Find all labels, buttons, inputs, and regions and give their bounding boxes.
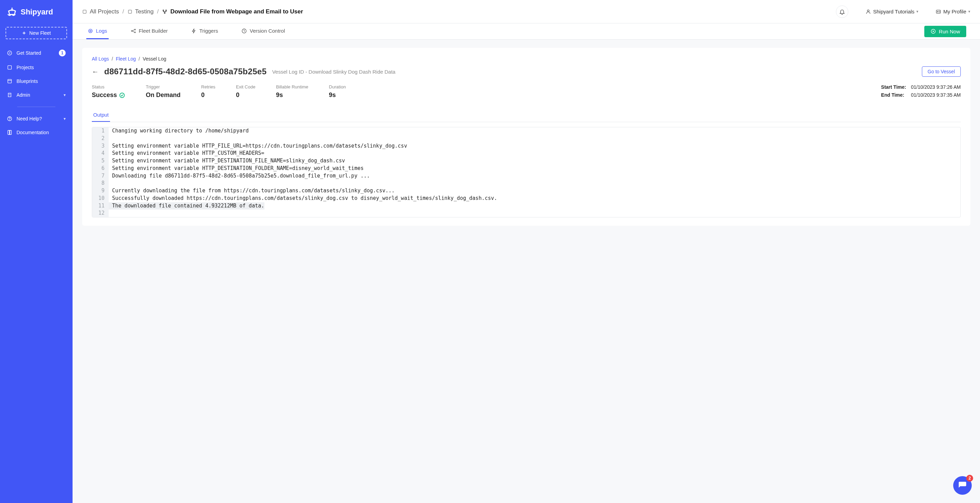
tab-logs[interactable]: Logs [86,23,109,39]
stat-billable-runtime: Billable Runtime 9s [276,84,309,99]
svg-rect-8 [128,10,131,13]
sidebar-item-projects[interactable]: Projects [0,61,73,74]
stat-value: 9s [276,91,309,99]
go-to-vessel-button[interactable]: Go to Vessel [922,66,961,77]
notifications-button[interactable] [836,5,848,18]
tab-fleet-builder[interactable]: Fleet Builder [129,23,169,39]
svg-point-18 [134,29,135,30]
user-icon [865,9,871,14]
sidebar-item-docs[interactable]: Documentation [0,126,73,139]
stats-row: Status Success Trigger On Demand Retries… [92,84,961,99]
stat-label: Status [92,84,125,89]
topbar: All Projects / Testing / Download File f… [73,0,980,23]
stat-value: 0 [201,91,215,99]
breadcrumb-all-projects[interactable]: All Projects [82,8,119,15]
chevron-down-icon: ▾ [64,116,66,121]
svg-point-16 [90,30,91,32]
svg-marker-1 [9,52,10,54]
sidebar-item-label: Get Started [16,50,41,56]
svg-point-10 [166,10,167,11]
line-text: The downloaded file contained 4.932212MB… [109,202,264,210]
line-text: Setting environment variable HTTP_DESTIN… [109,157,345,165]
end-time-value: 01/10/2023 9:37:35 AM [911,92,961,99]
line-text [109,209,112,217]
end-time-label: End Time: [881,92,906,99]
tutorials-link[interactable]: Shipyard Tutorials ▾ [865,9,918,14]
stat-retries: Retries 0 [201,84,215,99]
stat-label: Trigger [146,84,181,89]
svg-point-12 [867,10,869,11]
log-output[interactable]: 1Changing working directory to /home/shi… [92,127,961,217]
folder-icon [7,65,13,70]
separator: / [138,56,140,62]
new-fleet-button[interactable]: New Fleet [5,27,67,39]
chevron-down-icon: ▾ [968,9,970,14]
svg-rect-7 [83,10,86,13]
folder-icon [127,9,132,14]
line-text: Changing working directory to /home/ship… [109,127,248,135]
sidebar-item-blueprints[interactable]: Blueprints [0,74,73,88]
sidebar: Shipyard New Fleet Get Started 1 Project… [0,0,73,503]
svg-point-14 [937,11,939,12]
stat-value: 0 [236,91,255,99]
log-line: 4Setting environment variable HTTP_CUSTO… [92,150,960,157]
line-text: Setting environment variable HTTP_FILE_U… [109,142,407,150]
stat-label: Retries [201,84,215,89]
stat-exit-code: Exit Code 0 [236,84,255,99]
breadcrumb-current[interactable]: Download File from Webpage and Email to … [162,8,303,15]
output-tab[interactable]: Output [92,109,110,122]
tabbar: Logs Fleet Builder Triggers Version Cont… [73,23,980,40]
svg-point-6 [10,120,10,120]
svg-point-15 [89,29,92,33]
fleet-icon [162,9,167,14]
inner-breadcrumb: All Logs / Fleet Log / Vessel Log [92,56,961,62]
chevron-down-icon: ▾ [916,9,918,14]
crumb-fleet-log[interactable]: Fleet Log [116,56,136,62]
sidebar-item-admin[interactable]: Admin ▾ [0,88,73,102]
start-time-value: 01/10/2023 9:37:26 AM [911,84,961,91]
chat-icon [958,481,967,490]
sidebar-item-get-started[interactable]: Get Started 1 [0,45,73,61]
help-icon [7,116,13,121]
sidebar-item-label: Projects [16,65,34,70]
profile-label: My Profile [943,9,966,14]
crumb-vessel-log: Vessel Log [143,56,166,62]
compass-icon [7,50,13,56]
svg-point-9 [163,10,164,11]
svg-rect-3 [8,80,12,83]
brand[interactable]: Shipyard [0,4,73,24]
log-line: 1Changing working directory to /home/shi… [92,127,960,135]
vessel-log-subtitle: Vessel Log ID - Download Slinky Dog Dash… [272,69,395,75]
brand-text: Shipyard [21,8,53,16]
line-number: 7 [92,172,109,180]
sidebar-item-label: Documentation [16,130,49,135]
badge: 1 [59,50,66,56]
sidebar-item-help[interactable]: Need Help? ▾ [0,112,73,126]
breadcrumb-testing[interactable]: Testing [127,8,154,15]
log-line: 9Currently downloading the file from htt… [92,187,960,195]
tab-triggers[interactable]: Triggers [190,23,220,39]
separator: / [112,56,113,62]
profile-link[interactable]: My Profile ▾ [935,9,970,14]
sidebar-item-label: Admin [16,92,30,98]
breadcrumb-separator: / [123,8,124,15]
title-line: ← d86711dd-87f5-48d2-8d65-0508a75b25e5 V… [92,66,961,77]
divider [17,107,56,107]
start-time-label: Start Time: [881,84,906,91]
chat-notification-badge: 2 [966,475,973,482]
tab-version-control[interactable]: Version Control [240,23,286,39]
svg-point-11 [164,13,165,13]
back-arrow-icon[interactable]: ← [92,68,99,76]
book-icon [7,130,13,135]
crumb-all-logs[interactable]: All Logs [92,56,109,62]
line-text: Setting environment variable HTTP_DESTIN… [109,165,364,172]
stat-value: Success [92,91,125,99]
chat-widget[interactable]: 2 [953,476,972,495]
history-icon [242,28,247,34]
log-line: 7Downloading file d86711dd-87f5-48d2-8d6… [92,172,960,180]
run-now-label: Run Now [939,29,960,34]
run-now-button[interactable]: Run Now [924,26,966,37]
breadcrumb-label: Testing [135,8,154,15]
vessel-log-id: d86711dd-87f5-48d2-8d65-0508a75b25e5 [104,67,266,77]
ship-icon [6,6,18,18]
